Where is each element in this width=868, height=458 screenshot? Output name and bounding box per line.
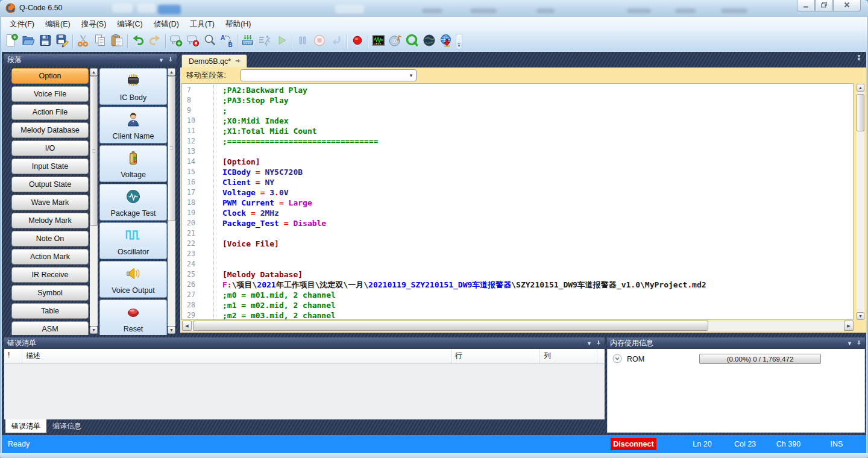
section-button-option[interactable]: Option — [11, 68, 89, 84]
menu-item-tools[interactable]: 工具(T) — [184, 17, 220, 31]
code-line: 21 — [182, 228, 853, 239]
tile-button-voltage[interactable]: Voltage — [99, 145, 167, 182]
sections-scrollbar[interactable]: ▲ ▼ — [90, 68, 98, 334]
section-button-melody-mark[interactable]: Melody Mark — [11, 213, 89, 228]
error-col-severity[interactable]: ! — [4, 349, 22, 363]
tile-button-oscillator[interactable]: Oscillator — [99, 222, 167, 259]
error-col-line[interactable]: 行 — [451, 349, 540, 363]
section-button-symbol[interactable]: Symbol — [11, 285, 89, 301]
code-token: ;m2 = m03.mid, 2 channel — [222, 311, 336, 320]
scroll-up-button[interactable]: ▲ — [90, 68, 98, 76]
menu-item-help[interactable]: 帮助(H) — [220, 17, 256, 31]
download-chip-button[interactable] — [239, 33, 256, 50]
section-button-ir-receive[interactable]: IR Receive — [11, 267, 89, 283]
panel-tab-error-list[interactable]: 错误清单 — [5, 419, 46, 433]
code-token: md2 — [692, 280, 706, 289]
menu-item-search[interactable]: 搜寻(S) — [76, 17, 112, 31]
chevron-down-icon[interactable]: ▼ — [587, 340, 592, 347]
section-button-voice-file[interactable]: Voice File — [11, 86, 89, 102]
toolbar-overflow-button[interactable]: ═▼ — [456, 34, 462, 49]
line-number: 23 — [187, 249, 211, 259]
save-as-button[interactable] — [54, 33, 71, 50]
cut-button[interactable] — [75, 33, 92, 50]
section-button-wave-mark[interactable]: Wave Mark — [11, 195, 89, 210]
pin-icon[interactable] — [596, 340, 602, 347]
scroll-thumb[interactable] — [193, 321, 708, 331]
tile-button-reset[interactable]: Reset — [99, 300, 167, 335]
close-button[interactable] — [833, 0, 861, 11]
pin-icon[interactable] — [235, 57, 241, 66]
disconnect-button[interactable]: Disconnect — [611, 438, 656, 450]
goto-section-combobox[interactable]: ▼ — [241, 69, 417, 81]
pin-icon[interactable] — [856, 340, 862, 347]
open-file-button[interactable] — [20, 33, 37, 50]
chevron-down-icon[interactable]: ▼ — [406, 73, 416, 78]
scroll-right-button[interactable]: ▶ — [844, 321, 854, 331]
titlebar[interactable]: Q-Code 6.50 — [0, 0, 868, 17]
menu-item-compile[interactable]: 编译(C) — [112, 17, 148, 31]
copy-button[interactable] — [92, 33, 108, 50]
bookmark-remove-button[interactable] — [184, 33, 201, 50]
scroll-up-button[interactable]: ▲ — [857, 84, 864, 92]
section-button-table[interactable]: Table — [11, 303, 89, 319]
scroll-down-button[interactable]: ▼ — [857, 312, 864, 320]
section-button-output-state[interactable]: Output State — [11, 177, 89, 192]
section-button-action-mark[interactable]: Action Mark — [11, 249, 89, 265]
double-chevron-down-icon[interactable]: ▼▼ — [857, 55, 861, 61]
scroll-up-button[interactable]: ▲ — [168, 68, 175, 76]
error-col-description[interactable]: 描述 — [22, 349, 451, 363]
tile-button-package-test[interactable]: Package Test — [99, 184, 167, 221]
tile-button-client-name[interactable]: Client Name — [99, 107, 167, 143]
code-token: Package_Test — [222, 219, 279, 228]
chevron-down-icon[interactable]: ▼ — [847, 340, 852, 347]
section-button-action-file[interactable]: Action File — [11, 104, 89, 120]
tile-button-voice-output[interactable]: Voice Output — [99, 261, 167, 298]
scroll-down-button[interactable]: ▼ — [168, 326, 175, 334]
menu-item-edit[interactable]: 编辑(E) — [40, 17, 76, 31]
web-dark-button[interactable] — [421, 33, 438, 50]
scroll-thumb[interactable] — [90, 76, 98, 226]
chevron-down-icon[interactable]: ▼ — [159, 57, 164, 63]
goto-line-button[interactable]: AB — [218, 33, 235, 50]
wave-display-button[interactable] — [370, 33, 387, 50]
new-file-button[interactable] — [3, 33, 20, 50]
redo-button[interactable] — [146, 33, 163, 50]
restore-button[interactable] — [815, 0, 833, 11]
section-button-melody-database[interactable]: Melody Database — [11, 122, 89, 138]
tile-button-ic-body[interactable]: IC Body — [99, 68, 167, 105]
undo-button[interactable] — [130, 33, 146, 50]
qcode-logo-icon — [5, 3, 16, 13]
tab-demo5b[interactable]: Demo5B.qc* — [181, 54, 247, 67]
screen-artifact — [158, 5, 181, 14]
save-button[interactable] — [37, 33, 54, 50]
minimize-button[interactable] — [797, 0, 815, 11]
qcode-tool-button[interactable] — [404, 33, 421, 50]
section-button-input-state[interactable]: Input State — [11, 158, 89, 174]
scroll-left-button[interactable]: ◀ — [182, 321, 192, 331]
code-line: 28;m1 = m02.mid, 2 channel — [182, 300, 853, 310]
pin-icon[interactable] — [168, 57, 174, 64]
error-col-column[interactable]: 列 — [540, 349, 597, 363]
window-controls — [797, 0, 861, 11]
section-button-note-on[interactable]: Note On — [11, 231, 89, 246]
chevron-down-circle-icon[interactable] — [612, 354, 622, 366]
record-button[interactable] — [349, 33, 366, 50]
code-token: = — [284, 219, 289, 228]
panel-tab-compile-info[interactable]: 编译信息 — [46, 419, 87, 433]
bookmark-add-button[interactable] — [168, 33, 184, 50]
code-editor[interactable]: 7;PA2:Backward Play8;PA3:Stop Play9;10;X… — [181, 83, 854, 320]
burn-disc-button[interactable] — [387, 33, 404, 50]
menu-item-debug[interactable]: 侦错(D) — [148, 17, 184, 31]
scroll-down-button[interactable]: ▼ — [90, 326, 98, 334]
menu-item-file[interactable]: 文件(F) — [4, 17, 40, 31]
search-button[interactable] — [201, 33, 218, 50]
web-download-button[interactable] — [438, 33, 454, 50]
section-button-asm[interactable]: ASM — [11, 321, 89, 335]
scroll-thumb[interactable] — [857, 94, 864, 131]
scroll-thumb[interactable] — [168, 76, 175, 221]
paste-button[interactable] — [108, 33, 125, 50]
section-button-i-o[interactable]: I/O — [11, 140, 89, 156]
editor-hscrollbar[interactable]: ◀ ▶ — [182, 321, 854, 331]
tiles-scrollbar[interactable]: ▲ ▼ — [168, 68, 175, 334]
editor-vscrollbar[interactable]: ▲ ▼ — [857, 84, 864, 320]
